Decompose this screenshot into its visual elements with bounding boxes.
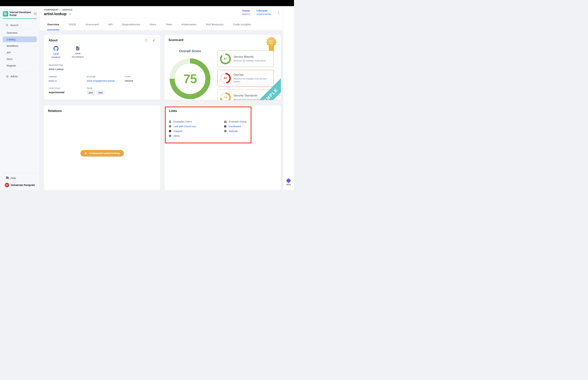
about-card: About VIEW SO bbox=[44, 35, 160, 100]
edit-pencil-icon[interactable] bbox=[152, 39, 155, 42]
metric-service-maturity[interactable]: 87 Service Maturity Measures the reliabi… bbox=[217, 51, 274, 67]
system-field: SYSTEM artist-engagement-portal bbox=[87, 76, 125, 82]
sidebar-item-api[interactable]: API bbox=[3, 50, 37, 55]
brand: Internal Developer Portal bbox=[3, 11, 37, 17]
sidebar-footer: ? Help DP Debabrata Panigrahi bbox=[0, 173, 39, 190]
links-highlight-frame: Links Examples Users bbox=[165, 107, 251, 143]
sidebar-item-catalog[interactable]: Catalog bbox=[3, 37, 37, 42]
sidebar-item-help[interactable]: ? Help bbox=[3, 175, 37, 180]
sidebar-item-overview[interactable]: Overview bbox=[3, 30, 37, 36]
tab-api[interactable]: API bbox=[108, 19, 113, 30]
brand-divider bbox=[3, 18, 37, 19]
links-card: Links Examples Users bbox=[164, 106, 281, 190]
owner-field: OWNER team-a bbox=[49, 76, 87, 82]
metric-ring: 87 bbox=[220, 53, 231, 64]
tab-docs[interactable]: Docs bbox=[150, 19, 156, 30]
view-source-label: VIEW SOURCE bbox=[49, 52, 63, 59]
sidebar-nav: Overview Catalog Workflows API Docs Regi… bbox=[3, 30, 37, 69]
portal-logo-icon bbox=[3, 11, 8, 17]
document-icon bbox=[75, 46, 80, 51]
entity-identity: COMPONENT — SERVICE artist-lookup bbox=[44, 9, 73, 16]
overview-content: About VIEW SO bbox=[40, 30, 283, 190]
badge-line1: Gold bbox=[269, 40, 273, 42]
entity-header: COMPONENT — SERVICE artist-lookup Owner … bbox=[40, 6, 283, 19]
person-icon bbox=[169, 120, 171, 123]
owner-link[interactable]: team-a bbox=[242, 13, 250, 16]
search-label: Search bbox=[10, 24, 18, 27]
tag-chip: data bbox=[96, 91, 105, 95]
link-support[interactable]: ? Support bbox=[169, 129, 224, 133]
relation-node-label: component:artist-lookup bbox=[89, 152, 120, 155]
view-techdocs-label: VIEW TECHDOCS bbox=[70, 52, 85, 59]
dashboard-icon bbox=[224, 125, 227, 128]
tab-todo[interactable]: Todo bbox=[166, 19, 172, 30]
admin-label: Admin bbox=[11, 75, 18, 78]
metric-ring: 74 bbox=[220, 92, 231, 100]
lifecycle-value: experimental bbox=[257, 13, 271, 16]
overall-score-donut: 75 bbox=[170, 58, 210, 99]
overall-score-value: 75 bbox=[170, 58, 210, 99]
help-chat-icon: ? bbox=[6, 176, 9, 180]
link-dashboard[interactable]: Dashboard bbox=[224, 124, 251, 129]
lifecycle-field: Lifecycle experimental bbox=[257, 9, 271, 16]
group-icon bbox=[224, 120, 227, 123]
help-circle-icon: ? bbox=[169, 130, 171, 133]
system-link[interactable]: artist-engagement-portal bbox=[87, 79, 125, 82]
sidebar-item-docs[interactable]: Docs bbox=[3, 56, 37, 62]
user-name: Debabrata Panigrahi bbox=[11, 184, 35, 187]
view-techdocs-button[interactable]: VIEW TECHDOCS bbox=[70, 46, 85, 59]
metric-ring: 47 bbox=[220, 73, 231, 84]
github-icon bbox=[54, 46, 58, 51]
apps-grid-icon[interactable] bbox=[34, 12, 37, 15]
sidebar-item-admin[interactable]: Admin bbox=[3, 74, 37, 79]
badge-line2: Tier bbox=[270, 42, 273, 44]
tab-kubernetes[interactable]: Kubernetes bbox=[182, 19, 196, 30]
owner-label: Owner bbox=[242, 9, 250, 12]
sidebar-item-register[interactable]: Register bbox=[3, 63, 37, 68]
tab-overview[interactable]: Overview bbox=[47, 19, 59, 30]
link-website[interactable]: Website bbox=[224, 129, 251, 133]
tab-pull-requests[interactable]: Pull Requests bbox=[206, 19, 224, 30]
view-source-button[interactable]: VIEW SOURCE bbox=[49, 46, 63, 59]
link-link-with-cloud-icon[interactable]: Link with Cloud Icon bbox=[169, 124, 224, 129]
sidebar-item-workflows[interactable]: Workflows bbox=[3, 43, 37, 49]
links-title: Links bbox=[169, 109, 251, 113]
relations-title: Relations bbox=[48, 109, 156, 113]
tab-code-insights[interactable]: Code Insights bbox=[233, 19, 251, 30]
globe-icon bbox=[169, 134, 171, 137]
user-menu[interactable]: DP Debabrata Panigrahi bbox=[3, 182, 37, 188]
lifecycle-field: LIFECYCLE experimental bbox=[49, 87, 87, 95]
refresh-icon[interactable] bbox=[144, 39, 148, 42]
description-value: Artist Lookup bbox=[49, 68, 155, 71]
page-title: artist-lookup bbox=[44, 12, 67, 16]
tab-cicd[interactable]: CI/CD bbox=[69, 19, 76, 30]
aida-flower-icon[interactable] bbox=[286, 178, 291, 183]
entity-tabs: Overview CI/CD Scorecard API Dependencie… bbox=[40, 19, 283, 30]
tags-field: TAGS java data bbox=[87, 87, 125, 95]
link-examples-users[interactable]: Examples Users bbox=[169, 119, 224, 124]
help-label: Help bbox=[11, 177, 16, 179]
about-title: About bbox=[49, 38, 57, 42]
search-icon bbox=[6, 24, 9, 27]
sidebar-search[interactable]: Search bbox=[6, 23, 37, 27]
breadcrumb: COMPONENT — SERVICE bbox=[44, 9, 73, 11]
globe-icon bbox=[169, 125, 171, 128]
divider bbox=[9, 29, 31, 29]
brand-title: Internal Developer Portal bbox=[10, 11, 33, 17]
scorecard-metrics: 87 Service Maturity Measures the reliabi… bbox=[217, 51, 274, 100]
scorecard-title: Scorecard bbox=[169, 38, 277, 42]
metric-devops[interactable]: 47 DevOps Measures the reliability of th… bbox=[217, 70, 274, 86]
sidebar: Internal Developer Portal Search Overvie… bbox=[0, 6, 40, 190]
favorite-star-icon[interactable] bbox=[68, 12, 72, 16]
tab-dependencies[interactable]: Dependencies bbox=[122, 19, 140, 30]
relation-node-component[interactable]: component:artist-lookup bbox=[80, 150, 124, 156]
more-options-kebab-icon[interactable] bbox=[278, 10, 280, 15]
link-example-group[interactable]: Example Group bbox=[224, 119, 251, 124]
chip-icon bbox=[84, 152, 87, 155]
link-alerts[interactable]: Alerts bbox=[169, 133, 224, 138]
owner-link[interactable]: team-a bbox=[49, 79, 87, 82]
right-gutter: AIDA bbox=[283, 6, 294, 190]
tab-scorecard[interactable]: Scorecard bbox=[86, 19, 99, 30]
svg-text:?: ? bbox=[170, 130, 171, 132]
tag-chip: java bbox=[87, 91, 95, 95]
